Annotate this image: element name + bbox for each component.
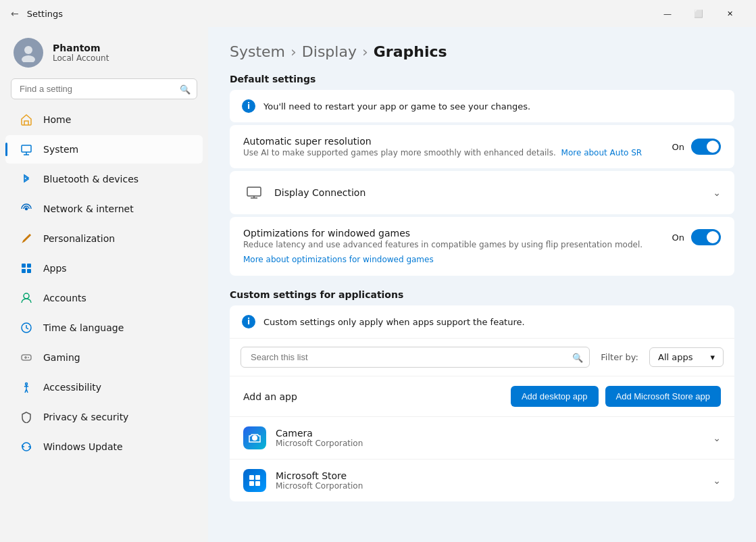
back-icon[interactable]: ← xyxy=(11,8,19,19)
chevron-down-icon: ⌄ xyxy=(713,187,721,198)
windowed-label: Optimizations for windowed games xyxy=(243,228,661,239)
camera-app-info: Camera Microsoft Corporation xyxy=(276,428,703,448)
add-app-label: Add an app xyxy=(243,391,297,402)
auto-sr-toggle[interactable] xyxy=(691,139,721,155)
sidebar-item-accounts[interactable]: Accounts xyxy=(5,284,203,312)
sidebar-item-gaming[interactable]: Gaming xyxy=(5,343,203,372)
sidebar-item-label: Bluetooth & devices xyxy=(43,174,138,184)
sidebar-item-home[interactable]: Home xyxy=(5,105,203,134)
windowed-control: On xyxy=(672,228,721,245)
sidebar-search-container: 🔍 xyxy=(11,78,197,99)
sidebar-item-label: Accounts xyxy=(43,293,86,303)
close-button[interactable]: ✕ xyxy=(714,3,745,24)
search-input[interactable] xyxy=(11,78,197,99)
breadcrumb-sep-2: › xyxy=(362,43,368,60)
display-icon xyxy=(243,182,265,203)
add-app-buttons: Add desktop app Add Microsoft Store app xyxy=(511,386,721,407)
breadcrumb-part-1[interactable]: System xyxy=(230,43,285,60)
list-search-container: 🔍 xyxy=(241,347,590,368)
filter-select[interactable]: All apps ▾ xyxy=(649,347,724,367)
window-controls: — ⬜ ✕ xyxy=(652,3,745,24)
auto-sr-control: On xyxy=(672,139,721,155)
svg-point-11 xyxy=(28,357,29,358)
sidebar: Phantom Local Account 🔍 Home xyxy=(0,27,208,542)
svg-rect-17 xyxy=(255,481,260,486)
filter-label: Filter by: xyxy=(601,352,638,362)
add-store-app-button[interactable]: Add Microsoft Store app xyxy=(605,386,721,407)
filter-value: All apps xyxy=(658,352,693,362)
store-chevron-icon: ⌄ xyxy=(713,475,721,486)
add-app-row: Add an app Add desktop app Add Microsoft… xyxy=(230,376,734,417)
sidebar-item-label: Accessibility xyxy=(43,382,101,393)
camera-chevron-icon: ⌄ xyxy=(713,433,721,443)
sidebar-item-label: Privacy & security xyxy=(43,412,128,422)
minimize-button[interactable]: — xyxy=(652,3,683,24)
svg-point-3 xyxy=(26,208,28,210)
profile-sub: Local Account xyxy=(53,53,109,63)
camera-app-icon xyxy=(243,426,266,449)
windowed-state: On xyxy=(672,232,684,243)
svg-rect-2 xyxy=(22,145,31,152)
svg-point-0 xyxy=(24,46,32,54)
app-item-store[interactable]: Microsoft Store Microsoft Corporation ⌄ xyxy=(230,460,734,501)
breadcrumb: System › Display › Graphics xyxy=(230,43,734,60)
breadcrumb-part-2[interactable]: Display xyxy=(302,43,357,60)
store-app-publisher: Microsoft Corporation xyxy=(276,481,703,491)
sidebar-item-network[interactable]: Network & internet xyxy=(5,195,203,223)
windowed-desc: Reduce latency and use advanced features… xyxy=(243,240,661,249)
sidebar-item-label: Windows Update xyxy=(43,441,123,452)
svg-rect-15 xyxy=(255,475,260,480)
auto-sr-info: Automatic super resolution Use AI to mak… xyxy=(243,136,672,157)
svg-rect-5 xyxy=(27,264,31,268)
sidebar-item-time[interactable]: Time & language xyxy=(5,314,203,342)
sidebar-item-update[interactable]: Windows Update xyxy=(5,433,203,461)
windowed-toggle[interactable] xyxy=(691,229,721,245)
network-icon xyxy=(19,201,34,216)
sidebar-item-personalization[interactable]: Personalization xyxy=(5,224,203,253)
titlebar: ← Settings — ⬜ ✕ xyxy=(0,0,756,27)
windowed-games-card: Optimizations for windowed games Reduce … xyxy=(230,217,734,276)
default-settings-title: Default settings xyxy=(230,74,734,84)
search-filter-bar: 🔍 Filter by: All apps ▾ xyxy=(230,338,734,376)
sidebar-item-accessibility[interactable]: Accessibility xyxy=(5,373,203,401)
svg-point-12 xyxy=(26,383,28,385)
camera-app-publisher: Microsoft Corporation xyxy=(276,439,703,448)
info-banner-text: You'll need to restart your app or game … xyxy=(263,101,530,112)
maximize-button[interactable]: ⬜ xyxy=(683,3,714,24)
sidebar-item-privacy[interactable]: Privacy & security xyxy=(5,403,203,431)
sidebar-item-system[interactable]: System xyxy=(5,135,203,164)
info-banner: i You'll need to restart your app or gam… xyxy=(230,90,734,122)
auto-sr-desc: Use AI to make supported games play more… xyxy=(243,148,672,157)
sidebar-item-label: Home xyxy=(43,114,71,125)
profile-name: Phantom xyxy=(53,43,109,53)
windowed-link[interactable]: More about optimizations for windowed ga… xyxy=(243,255,434,264)
home-icon xyxy=(19,112,34,127)
sidebar-item-label: System xyxy=(43,144,78,155)
store-app-name: Microsoft Store xyxy=(276,470,703,481)
sidebar-item-bluetooth[interactable]: Bluetooth & devices xyxy=(5,165,203,193)
breadcrumb-sep-1: › xyxy=(291,43,297,60)
auto-sr-link[interactable]: More about Auto SR xyxy=(561,148,642,157)
list-search-input[interactable] xyxy=(241,347,590,368)
display-connection-row[interactable]: Display Connection ⌄ xyxy=(230,171,734,214)
svg-rect-13 xyxy=(247,187,261,196)
display-connection-label: Display Connection xyxy=(274,187,703,198)
add-desktop-app-button[interactable]: Add desktop app xyxy=(511,386,599,407)
search-icon: 🔍 xyxy=(180,84,191,94)
auto-sr-state: On xyxy=(672,142,684,152)
custom-info-banner: i Custom settings only apply when apps s… xyxy=(230,305,734,338)
svg-rect-4 xyxy=(22,264,26,268)
main-content: System › Display › Graphics Default sett… xyxy=(208,27,756,542)
windowed-games-row: Optimizations for windowed games Reduce … xyxy=(230,217,734,276)
personalization-icon xyxy=(19,231,34,246)
svg-rect-14 xyxy=(249,475,254,480)
sidebar-item-label: Personalization xyxy=(43,233,115,244)
time-icon xyxy=(19,320,34,335)
store-app-info: Microsoft Store Microsoft Corporation xyxy=(276,470,703,491)
app-item-camera[interactable]: Camera Microsoft Corporation ⌄ xyxy=(230,417,734,460)
sidebar-item-apps[interactable]: Apps xyxy=(5,254,203,282)
profile-section[interactable]: Phantom Local Account xyxy=(0,27,208,76)
sidebar-item-label: Network & internet xyxy=(43,203,134,214)
custom-settings-title: Custom settings for applications xyxy=(230,289,734,300)
titlebar-title: Settings xyxy=(27,9,63,19)
